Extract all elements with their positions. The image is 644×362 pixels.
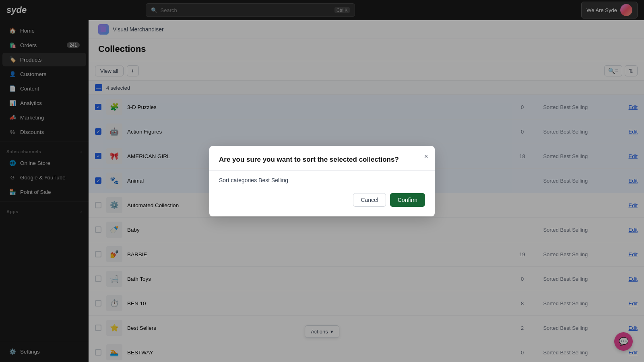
modal-close-button[interactable]: ×	[424, 152, 428, 161]
modal-body: Sort categories Best Selling	[219, 171, 425, 191]
confirm-button[interactable]: Confirm	[390, 193, 425, 207]
modal: Are you sure you want to sort the select…	[209, 146, 435, 216]
modal-overlay[interactable]: Are you sure you want to sort the select…	[0, 0, 644, 362]
modal-footer: Cancel Confirm	[219, 191, 425, 207]
cancel-button[interactable]: Cancel	[353, 193, 386, 207]
modal-title: Are you sure you want to sort the select…	[219, 156, 425, 164]
